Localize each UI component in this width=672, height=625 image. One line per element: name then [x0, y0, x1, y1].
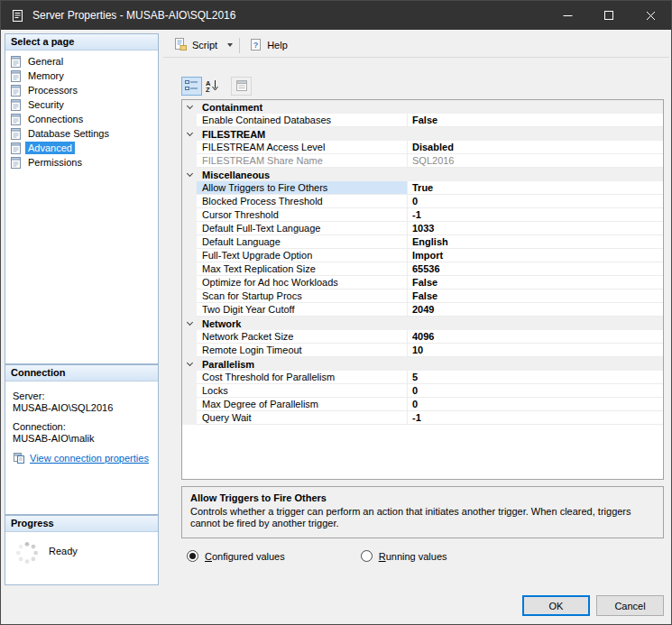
maximize-button[interactable]	[588, 1, 630, 30]
script-dropdown-button[interactable]	[224, 35, 236, 56]
property-label[interactable]: FILESTREAM Share Name	[197, 154, 408, 168]
property-label[interactable]: FILESTREAM Access Level	[197, 141, 408, 154]
row-margin	[182, 235, 197, 249]
property-row-query-wait: Query Wait-1	[182, 411, 663, 425]
connection-header: Connection	[5, 365, 158, 381]
property-label[interactable]: Max Text Replication Size	[197, 262, 408, 276]
progress-panel: Progress Ready	[5, 515, 159, 585]
titlebar: Server Properties - MUSAB-AIO\SQL2016	[1, 1, 671, 30]
sidebar-item-general[interactable]: General	[5, 54, 158, 69]
dialog-footer: OK Cancel	[1, 587, 671, 624]
property-value[interactable]: SQL2016	[408, 154, 663, 168]
property-label[interactable]: Two Digit Year Cutoff	[197, 303, 408, 317]
property-row-scan-for-startup-procs: Scan for Startup ProcsFalse	[182, 290, 663, 303]
property-label[interactable]: Query Wait	[197, 411, 408, 425]
sidebar-item-label: Database Settings	[25, 127, 112, 140]
property-value[interactable]: False	[408, 114, 663, 127]
property-value[interactable]: -1	[408, 208, 663, 222]
property-value[interactable]: 1033	[408, 222, 663, 235]
radio-dot	[189, 553, 196, 559]
category-row-miscellaneous[interactable]: Miscellaneous	[182, 168, 663, 181]
page-icon	[10, 157, 22, 169]
sidebar-item-memory[interactable]: Memory	[5, 69, 158, 83]
configured-values-radio[interactable]: Configured values	[187, 550, 285, 562]
alphabetical-sort-button[interactable]: AZ	[202, 77, 223, 96]
property-value[interactable]: -1	[408, 411, 663, 425]
categorized-view-button[interactable]	[181, 77, 202, 96]
property-row-filestream-access-level: FILESTREAM Access LevelDisabled	[182, 141, 663, 154]
row-margin	[182, 154, 197, 168]
help-button[interactable]: ? Help	[243, 35, 294, 56]
page-icon	[10, 56, 22, 68]
property-value[interactable]: False	[408, 290, 663, 303]
running-values-radio[interactable]: Running values	[361, 550, 447, 562]
view-connection-properties-link[interactable]: View connection properties	[30, 453, 149, 464]
sidebar-item-advanced[interactable]: Advanced	[5, 141, 158, 155]
property-value[interactable]: False	[408, 276, 663, 290]
category-row-filestream[interactable]: FILESTREAM	[182, 127, 663, 141]
property-label[interactable]: Blocked Process Threshold	[197, 195, 408, 208]
minimize-button[interactable]	[547, 1, 588, 30]
property-label[interactable]: Default Language	[197, 235, 408, 249]
row-margin	[182, 398, 197, 411]
sidebar-item-security[interactable]: Security	[5, 97, 158, 112]
page-icon	[10, 128, 22, 140]
property-value[interactable]: 2049	[408, 303, 663, 317]
property-pages-button[interactable]	[231, 77, 252, 96]
property-value[interactable]: English	[408, 235, 663, 249]
sidebar-item-label: Advanced	[25, 142, 75, 154]
close-button[interactable]	[630, 1, 671, 30]
property-value[interactable]: Disabled	[408, 141, 663, 154]
collapse-chevron-icon	[182, 322, 197, 325]
property-value[interactable]: 0	[408, 384, 663, 398]
property-value[interactable]: 0	[408, 398, 663, 411]
ok-button[interactable]: OK	[522, 595, 590, 616]
server-value: MUSAB-AIO\SQL2016	[13, 402, 151, 413]
property-label[interactable]: Enable Contained Databases	[197, 114, 408, 127]
sidebar-item-database-settings[interactable]: Database Settings	[5, 126, 158, 141]
page-icon	[10, 114, 22, 125]
property-label[interactable]: Network Packet Size	[197, 330, 408, 344]
cancel-button[interactable]: Cancel	[596, 595, 664, 616]
row-margin	[182, 208, 197, 222]
category-row-network[interactable]: Network	[182, 317, 663, 330]
category-row-containment[interactable]: Containment	[182, 100, 663, 114]
sidebar-item-connections[interactable]: Connections	[5, 112, 158, 126]
server-properties-window: Server Properties - MUSAB-AIO\SQL2016 Se…	[0, 0, 672, 625]
property-label[interactable]: Max Degree of Parallelism	[197, 398, 408, 411]
server-label: Server:	[13, 391, 151, 401]
property-label[interactable]: Default Full-Text Language	[197, 222, 408, 235]
sidebar-item-permissions[interactable]: Permissions	[5, 155, 158, 170]
svg-text:Z: Z	[206, 85, 210, 92]
property-label[interactable]: Optimize for Ad hoc Workloads	[197, 276, 408, 290]
toolbar-separator	[239, 38, 240, 53]
property-value[interactable]: 65536	[408, 262, 663, 276]
sidebar-item-processors[interactable]: Processors	[5, 83, 158, 97]
property-value[interactable]: 10	[408, 344, 663, 357]
property-label[interactable]: Cursor Threshold	[197, 208, 408, 222]
sidebar-item-label: General	[25, 55, 66, 68]
property-label[interactable]: Allow Triggers to Fire Others	[197, 181, 408, 195]
property-label[interactable]: Locks	[197, 384, 408, 398]
running-values-label: Running values	[379, 551, 447, 562]
property-label[interactable]: Full-Text Upgrade Option	[197, 249, 408, 262]
property-label[interactable]: Cost Threshold for Parallelism	[197, 371, 408, 384]
property-value[interactable]: True	[408, 181, 663, 195]
row-margin	[182, 303, 197, 317]
collapse-chevron-icon	[182, 173, 197, 176]
svg-text:?: ?	[253, 41, 259, 50]
property-value[interactable]: 0	[408, 195, 663, 208]
row-margin	[182, 290, 197, 303]
row-margin	[182, 330, 197, 344]
property-grid-toolbar: AZ	[181, 77, 252, 96]
radio-unselected-icon	[361, 550, 373, 562]
property-row-blocked-process-threshold: Blocked Process Threshold0	[182, 195, 663, 208]
property-value[interactable]: 4096	[408, 330, 663, 344]
property-label[interactable]: Scan for Startup Procs	[197, 290, 408, 303]
property-value[interactable]: Import	[408, 249, 663, 262]
script-button[interactable]: Script	[167, 35, 224, 56]
description-text: Controls whether a trigger can perform a…	[190, 506, 655, 529]
category-row-parallelism[interactable]: Parallelism	[182, 357, 663, 371]
property-value[interactable]: 5	[408, 371, 663, 384]
property-label[interactable]: Remote Login Timeout	[197, 344, 408, 357]
